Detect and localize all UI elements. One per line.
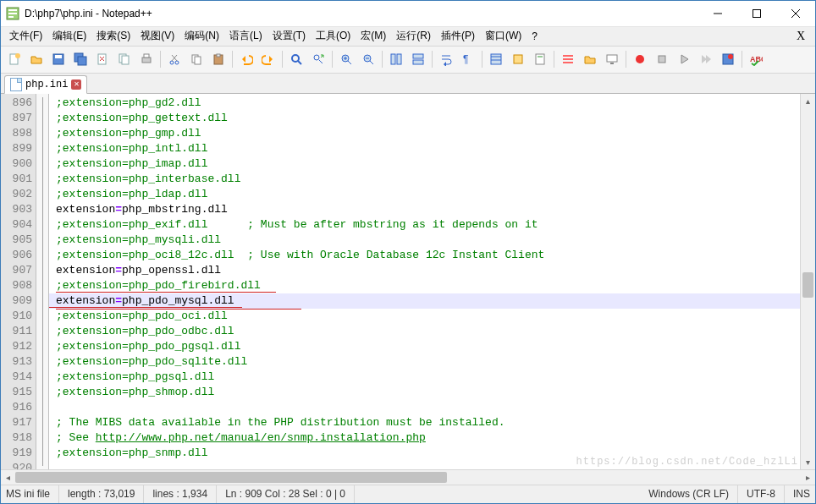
code-line[interactable]: ;extension=php_shmop.dll (56, 385, 800, 400)
file-tab-close-icon[interactable]: ✕ (71, 79, 81, 90)
menu-help[interactable]: ? (527, 29, 543, 44)
sync-h-icon[interactable] (408, 49, 428, 69)
print-icon[interactable] (136, 49, 157, 69)
scroll-left-icon[interactable]: ◂ (1, 470, 15, 485)
svg-rect-39 (391, 54, 395, 64)
code-line[interactable]: ;extension=php_pdo_pgsql.dll (56, 339, 800, 354)
save-macro-icon[interactable] (718, 49, 738, 69)
code-line[interactable]: ;extension=php_gettext.dll (56, 111, 800, 126)
file-tab[interactable]: php.ini ✕ (4, 75, 87, 94)
line-number: 918 (1, 430, 32, 446)
fold-strip[interactable] (36, 94, 49, 469)
code-line[interactable]: ;extension=php_pdo_firebird.dll (56, 278, 800, 293)
code-line[interactable]: ;extension=php_mysqli.dll (56, 233, 800, 248)
app-icon (6, 7, 19, 20)
hscroll-thumb[interactable] (15, 472, 447, 483)
copy-icon[interactable] (186, 49, 207, 69)
stop-macro-icon[interactable] (652, 49, 672, 69)
wordwrap-icon[interactable] (436, 49, 456, 69)
scroll-right-icon[interactable]: ▸ (801, 470, 815, 485)
menu-run[interactable]: 运行(R) (391, 27, 436, 45)
minimize-button[interactable] (698, 1, 737, 26)
func-list-icon[interactable] (558, 49, 578, 69)
code-line[interactable]: ;extension=php_intl.dll (56, 141, 800, 156)
line-number: 903 (1, 202, 32, 217)
menu-language[interactable]: 语言(L) (224, 27, 267, 45)
menu-plugins[interactable]: 插件(P) (436, 27, 480, 45)
hscroll-track[interactable] (15, 470, 801, 485)
new-file-icon[interactable] (4, 49, 25, 69)
code-line[interactable]: ;extension=php_imap.dll (56, 156, 800, 172)
redo-icon[interactable] (258, 49, 278, 69)
status-mode[interactable]: INS (785, 485, 810, 504)
play-multi-icon[interactable] (696, 49, 716, 69)
doc-map-icon[interactable] (530, 49, 550, 69)
svg-point-29 (292, 55, 299, 62)
open-file-icon[interactable] (26, 49, 47, 69)
vertical-scrollbar[interactable]: ▴ ▾ (800, 94, 815, 469)
code-line[interactable]: ;extension=php_snmp.dll (56, 446, 800, 461)
window-title: D:\php7\php.ini - Notepad++ (25, 8, 152, 19)
horizontal-scrollbar[interactable]: ◂ ▸ (1, 469, 815, 485)
status-eol[interactable]: Windows (CR LF) (640, 485, 738, 504)
folder-icon[interactable] (580, 49, 600, 69)
record-macro-icon[interactable] (630, 49, 650, 69)
code-line[interactable]: ; The MIBS data available in the PHP dis… (56, 415, 800, 430)
spellcheck-icon[interactable]: ABC (746, 49, 766, 69)
menu-macro[interactable]: 宏(M) (356, 27, 391, 45)
svg-line-38 (370, 61, 373, 64)
close-file-icon[interactable] (92, 49, 113, 69)
sync-v-icon[interactable] (386, 49, 406, 69)
code-line[interactable] (56, 461, 800, 469)
code-line[interactable]: ;extension=php_ldap.dll (56, 187, 800, 202)
scroll-up-icon[interactable]: ▴ (801, 94, 815, 108)
lang-icon[interactable] (508, 49, 528, 69)
close-button[interactable] (776, 1, 815, 26)
paste-icon[interactable] (208, 49, 229, 69)
save-all-icon[interactable] (70, 49, 91, 69)
maximize-button[interactable] (737, 1, 776, 26)
menu-encoding[interactable]: 编码(N) (179, 27, 224, 45)
undo-icon[interactable] (236, 49, 256, 69)
code-line[interactable]: ;extension=php_interbase.dll (56, 172, 800, 187)
line-number: 899 (1, 141, 32, 156)
code-line[interactable]: ;extension=php_pdo_sqlite.dll (56, 354, 800, 370)
code-line[interactable]: ;extension=php_oci8_12c.dll ; Use with O… (56, 248, 800, 263)
vscroll-track[interactable] (801, 108, 815, 455)
menu-tools[interactable]: 工具(O) (311, 27, 356, 45)
code-line[interactable]: ;extension=php_pgsql.dll (56, 370, 800, 385)
menu-search[interactable]: 搜索(S) (91, 27, 135, 45)
menu-file[interactable]: 文件(F) (4, 27, 47, 45)
scroll-down-icon[interactable]: ▾ (801, 455, 815, 469)
menu-settings[interactable]: 设置(T) (267, 27, 311, 45)
close-all-icon[interactable] (114, 49, 135, 69)
zoom-in-icon[interactable] (336, 49, 356, 69)
code-line[interactable] (56, 400, 800, 415)
code-line[interactable]: ;extension=php_pdo_oci.dll (56, 309, 800, 324)
zoom-out-icon[interactable] (358, 49, 378, 69)
status-length: length : 73,019 (59, 485, 144, 504)
menu-window[interactable]: 窗口(W) (480, 27, 527, 45)
code-area[interactable]: ;extension=php_gd2.dll;extension=php_get… (49, 94, 800, 469)
replace-icon[interactable] (308, 49, 328, 69)
code-line[interactable]: ;extension=php_pdo_odbc.dll (56, 324, 800, 339)
menu-edit[interactable]: 编辑(E) (47, 27, 91, 45)
code-line[interactable]: ;extension=php_gd2.dll (56, 96, 800, 111)
vscroll-thumb[interactable] (802, 272, 813, 298)
show-all-chars-icon[interactable]: ¶ (458, 49, 478, 69)
find-icon[interactable] (286, 49, 306, 69)
code-line[interactable]: ;extension=php_exif.dll ; Must be after … (56, 217, 800, 233)
status-enc[interactable]: UTF-8 (738, 485, 785, 504)
code-line[interactable]: ; See http://www.php.net/manual/en/snmp.… (56, 430, 800, 446)
save-icon[interactable] (48, 49, 69, 69)
cut-icon[interactable] (164, 49, 185, 69)
code-line[interactable]: ;extension=php_gmp.dll (56, 126, 800, 141)
monitor-icon[interactable] (602, 49, 622, 69)
menu-close-x[interactable]: X (790, 30, 812, 43)
code-line[interactable]: extension=php_mbstring.dll (56, 202, 800, 217)
code-line[interactable]: extension=php_openssl.dll (56, 263, 800, 278)
play-macro-icon[interactable] (674, 49, 694, 69)
menu-view[interactable]: 视图(V) (135, 27, 179, 45)
indent-guide-icon[interactable] (486, 49, 506, 69)
code-line[interactable]: extension=php_pdo_mysql.dll (49, 293, 800, 309)
